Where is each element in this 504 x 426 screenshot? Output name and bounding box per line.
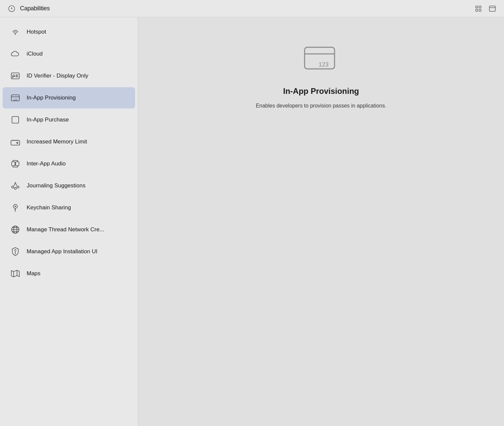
keychain-icon <box>9 202 21 214</box>
sidebar-item-label: Maps <box>27 270 41 277</box>
in-app-purchase-icon <box>9 114 21 126</box>
sidebar-item-label: iCloud <box>27 51 43 57</box>
svg-point-32 <box>14 187 16 189</box>
window-button[interactable] <box>487 4 497 14</box>
grid-view-button[interactable] <box>473 4 483 14</box>
svg-rect-4 <box>479 6 481 8</box>
svg-text:123: 123 <box>319 61 329 68</box>
titlebar: Capabilities <box>0 0 504 17</box>
sidebar-item-label: ID Verifier - Display Only <box>27 73 88 79</box>
managed-app-icon <box>9 246 21 258</box>
sidebar-item-icloud[interactable]: iCloud <box>3 43 135 65</box>
svg-line-29 <box>15 182 17 186</box>
sidebar-item-hotspot[interactable]: Hotspot <box>3 21 135 43</box>
sidebar-item-increased-memory-limit[interactable]: Increased Memory Limit <box>3 131 135 152</box>
sidebar-item-manage-thread-network[interactable]: Manage Thread Network Cre... <box>3 219 135 240</box>
page-title: Capabilities <box>20 5 50 12</box>
titlebar-left: Capabilities <box>7 4 50 14</box>
detail-title: In-App Provisioning <box>283 87 359 96</box>
sidebar-item-label: Managed App Installation UI <box>27 248 98 255</box>
svg-rect-5 <box>476 9 478 11</box>
sidebar-item-label: Increased Memory Limit <box>27 138 87 145</box>
svg-point-34 <box>15 206 16 207</box>
svg-rect-6 <box>479 9 481 11</box>
svg-rect-7 <box>489 6 495 11</box>
svg-point-30 <box>12 186 14 188</box>
detail-pane: 123 In-App Provisioning Enables develope… <box>138 17 504 426</box>
svg-rect-27 <box>16 162 19 166</box>
svg-point-9 <box>15 33 16 35</box>
sidebar-item-label: Journaling Suggestions <box>27 182 86 189</box>
sidebar-item-in-app-purchase[interactable]: In-App Purchase <box>3 109 135 130</box>
svg-point-31 <box>17 186 19 188</box>
sidebar-item-journaling-suggestions[interactable]: Journaling Suggestions <box>3 175 135 196</box>
icloud-icon <box>9 48 21 60</box>
id-verifier-icon <box>9 70 21 82</box>
maps-icon <box>9 268 21 280</box>
journaling-icon <box>9 180 21 192</box>
sidebar-item-keychain-sharing[interactable]: Keychain Sharing <box>3 197 135 218</box>
titlebar-right <box>473 4 497 14</box>
sidebar-item-maps[interactable]: Maps <box>3 263 135 284</box>
sidebar-item-label: In-App Provisioning <box>27 95 76 101</box>
main-layout: Hotspot iCloud ID Verifier - Display Onl… <box>0 17 504 426</box>
sidebar-item-managed-app-installation[interactable]: Managed App Installation UI <box>3 241 135 262</box>
sidebar-item-label: Inter-App Audio <box>27 160 66 167</box>
detail-description: Enables developers to provision passes i… <box>256 102 386 110</box>
svg-rect-18 <box>12 116 19 123</box>
increased-memory-icon <box>9 136 21 148</box>
svg-rect-3 <box>476 6 478 8</box>
svg-rect-26 <box>12 162 15 166</box>
sidebar-item-label: Hotspot <box>27 29 46 35</box>
sidebar-item-in-app-provisioning[interactable]: 123 In-App Provisioning <box>3 87 135 108</box>
in-app-provisioning-icon: 123 <box>9 92 21 104</box>
svg-line-28 <box>14 182 15 186</box>
sidebar-item-label: In-App Purchase <box>27 116 69 123</box>
svg-text:123: 123 <box>13 99 17 101</box>
svg-point-43 <box>15 251 16 252</box>
sidebar-item-label: Keychain Sharing <box>27 204 71 211</box>
inter-app-audio-icon <box>9 158 21 170</box>
hotspot-icon <box>9 26 21 38</box>
sidebar-toggle-button[interactable] <box>7 4 17 14</box>
thread-network-icon <box>9 224 21 236</box>
detail-icon: 123 <box>301 44 341 79</box>
sidebar: Hotspot iCloud ID Verifier - Display Onl… <box>0 17 138 426</box>
sidebar-item-label: Manage Thread Network Cre... <box>27 226 104 233</box>
sidebar-item-id-verifier[interactable]: ID Verifier - Display Only <box>3 65 135 87</box>
sidebar-item-inter-app-audio[interactable]: Inter-App Audio <box>3 153 135 174</box>
